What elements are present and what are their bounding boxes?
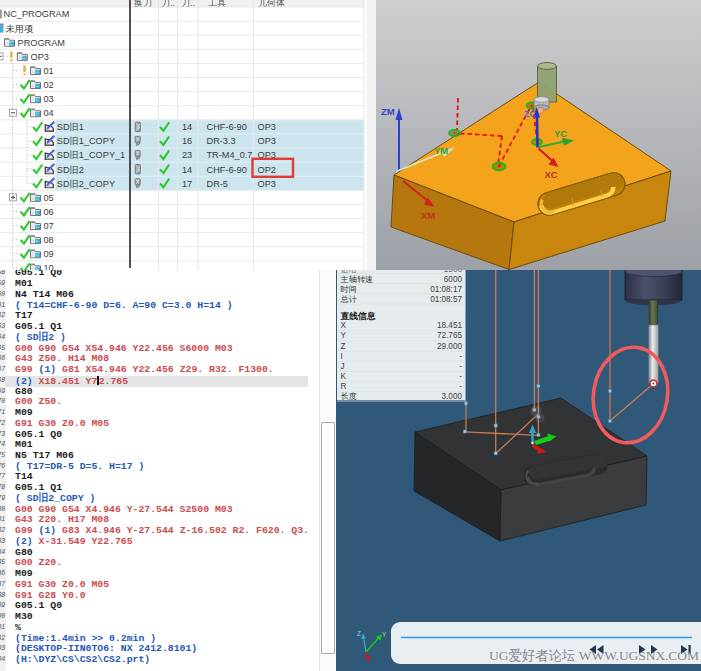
svg-text:Z: Z (357, 630, 361, 637)
svg-text:-: - (459, 382, 462, 391)
svg-text:09: 09 (44, 249, 54, 259)
svg-text:OP3: OP3 (258, 122, 276, 132)
svg-text:14: 14 (182, 122, 192, 132)
svg-text:DR-3.3: DR-3.3 (207, 136, 236, 146)
svg-text:01:08:17: 01:08:17 (430, 285, 462, 294)
svg-text:SD旧2: SD旧2 (57, 165, 84, 175)
svg-text:Y: Y (382, 631, 387, 638)
svg-text:CHF-6-90: CHF-6-90 (207, 165, 247, 175)
svg-text:PROGRAM: PROGRAM (18, 38, 65, 48)
svg-text:01:08:57: 01:08:57 (430, 295, 462, 304)
svg-text:进给: 进给 (341, 270, 357, 274)
svg-text:J: J (341, 362, 345, 371)
svg-text:几何体: 几何体 (258, 0, 285, 8)
svg-text:SD旧1_COPY_1: SD旧1_COPY_1 (57, 150, 125, 160)
svg-text:时间: 时间 (341, 285, 357, 294)
svg-text:I: I (341, 352, 343, 361)
svg-text:YC: YC (554, 128, 567, 139)
svg-text:工具: 工具 (208, 0, 226, 8)
svg-text:SD旧2_COPY: SD旧2_COPY (57, 179, 115, 189)
svg-text:总计: 总计 (340, 295, 357, 304)
svg-text:-: - (459, 362, 462, 371)
svg-text:-: - (459, 372, 462, 381)
svg-text:05: 05 (44, 193, 54, 203)
svg-text:直线信息: 直线信息 (340, 311, 376, 321)
svg-text:CHF-6-90: CHF-6-90 (207, 122, 247, 132)
svg-text:刀..: 刀.. (161, 0, 175, 8)
svg-text:X: X (341, 321, 347, 330)
svg-text:SD旧1: SD旧1 (57, 122, 84, 132)
svg-text:XM: XM (421, 210, 435, 221)
svg-text:29.000: 29.000 (437, 342, 462, 351)
svg-text:未用项: 未用项 (6, 24, 34, 34)
svg-text:04: 04 (44, 108, 54, 118)
svg-text:OP3: OP3 (258, 179, 276, 189)
svg-text:07: 07 (44, 221, 54, 231)
svg-text:K: K (341, 372, 347, 381)
svg-text:03: 03 (44, 94, 54, 104)
svg-text:刀..: 刀.. (181, 0, 195, 8)
svg-text:SD旧1_COPY: SD旧1_COPY (57, 136, 115, 146)
svg-text:TR-M4_0.7: TR-M4_0.7 (207, 150, 253, 160)
svg-text:08: 08 (44, 235, 54, 245)
svg-text:14: 14 (182, 165, 192, 175)
svg-text:长度: 长度 (341, 392, 357, 401)
svg-text:23: 23 (182, 150, 192, 160)
svg-text:01: 01 (44, 66, 54, 76)
svg-text:YM: YM (434, 145, 448, 156)
svg-text:6000: 6000 (444, 275, 463, 284)
svg-text:XC: XC (545, 169, 558, 180)
svg-text:06: 06 (44, 207, 54, 217)
svg-text:ZM: ZM (381, 106, 395, 117)
svg-text:换刀: 换刀 (133, 0, 152, 8)
svg-text:Z: Z (341, 342, 346, 351)
svg-text:16: 16 (182, 136, 192, 146)
svg-text:OP3: OP3 (258, 136, 276, 146)
svg-text:OP2: OP2 (258, 165, 276, 175)
svg-text:-: - (459, 352, 462, 361)
svg-text:主轴转速: 主轴转速 (340, 275, 374, 284)
svg-text:DR-5: DR-5 (207, 179, 228, 189)
svg-text:02: 02 (44, 80, 54, 90)
svg-text:3.000: 3.000 (442, 392, 463, 401)
svg-text:ZC: ZC (524, 109, 536, 119)
svg-text:R: R (341, 382, 347, 391)
svg-text:18.451: 18.451 (437, 321, 462, 330)
svg-text:17: 17 (182, 179, 192, 189)
svg-text:NC_PROGRAM: NC_PROGRAM (4, 9, 70, 19)
svg-text:OP3: OP3 (31, 52, 49, 62)
svg-text:1500: 1500 (444, 270, 463, 274)
svg-text:UG爱好者论坛 WWW.UGSNX.COM: UG爱好者论坛 WWW.UGSNX.COM (489, 648, 699, 663)
svg-text:10: 10 (44, 263, 54, 270)
svg-text:Y: Y (341, 331, 347, 340)
svg-text:72.765: 72.765 (437, 331, 462, 340)
